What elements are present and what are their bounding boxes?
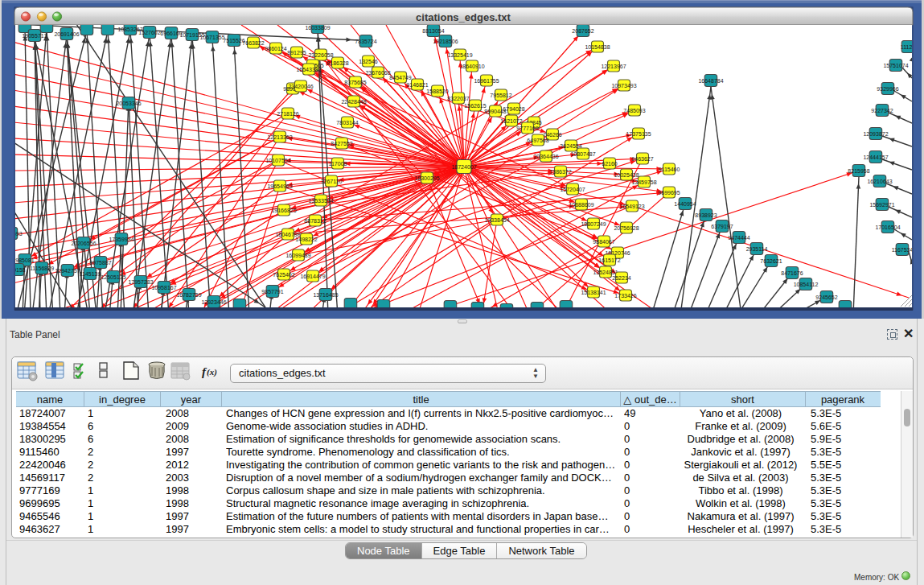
svg-text:2718126: 2718126 xyxy=(277,111,298,117)
svg-text:13716485: 13716485 xyxy=(313,292,338,298)
svg-text:1145139: 1145139 xyxy=(80,271,101,277)
svg-text:13459758: 13459758 xyxy=(631,179,656,185)
svg-text:16549123: 16549123 xyxy=(619,204,644,209)
svg-text:2087652: 2087652 xyxy=(572,28,593,34)
svg-text:1588520: 1588520 xyxy=(426,89,448,94)
svg-text:746266: 746266 xyxy=(543,132,561,138)
svg-text:1615172: 1615172 xyxy=(598,257,620,263)
svg-text:7835724: 7835724 xyxy=(355,39,376,44)
svg-text:23420046: 23420046 xyxy=(288,84,313,89)
svg-text:18724007: 18724007 xyxy=(451,164,476,170)
svg-text:9857791: 9857791 xyxy=(261,289,283,295)
svg-text:19338454: 19338454 xyxy=(484,217,509,223)
svg-text:8813054: 8813054 xyxy=(422,28,444,34)
svg-text:16782759: 16782759 xyxy=(176,292,201,298)
svg-text:1527602: 1527602 xyxy=(138,30,160,35)
svg-text:16099489: 16099489 xyxy=(285,253,310,258)
svg-text:10854112: 10854112 xyxy=(794,282,819,287)
svg-text:10958167: 10958167 xyxy=(151,285,176,290)
svg-text:16648784: 16648784 xyxy=(698,78,723,84)
svg-text:17359934: 17359934 xyxy=(109,237,133,242)
svg-text:citations_edges.txt: citations_edges.txt xyxy=(416,11,511,23)
svg-text:8938923: 8938923 xyxy=(695,212,717,218)
svg-text:985081: 985081 xyxy=(15,257,34,263)
svg-text:8186328: 8186328 xyxy=(326,60,348,66)
svg-text:17375135: 17375135 xyxy=(626,131,651,137)
svg-text:12213967: 12213967 xyxy=(601,64,626,69)
svg-text:15751074: 15751074 xyxy=(883,63,908,68)
svg-text:(x): (x) xyxy=(207,367,217,377)
svg-text:12923446: 12923446 xyxy=(201,299,226,305)
svg-text:9146821: 9146821 xyxy=(406,82,428,88)
svg-text:252214: 252214 xyxy=(612,275,630,281)
svg-text:20691406: 20691406 xyxy=(54,31,79,37)
svg-text:18640910: 18640910 xyxy=(459,64,484,69)
svg-text:16033809: 16033809 xyxy=(305,25,330,31)
svg-text:20053346: 20053346 xyxy=(116,101,141,106)
svg-text:8322037: 8322037 xyxy=(447,96,469,101)
svg-text:7803144: 7803144 xyxy=(336,120,358,126)
svg-text:12213363: 12213363 xyxy=(267,134,292,140)
svg-text:7485093: 7485093 xyxy=(623,108,645,113)
svg-text:6379197: 6379197 xyxy=(711,224,733,229)
svg-text:13524851: 13524851 xyxy=(593,270,618,275)
svg-text:12444157: 12444157 xyxy=(863,154,888,160)
svg-text:9474444: 9474444 xyxy=(728,235,749,241)
svg-text:1733426: 1733426 xyxy=(614,293,636,299)
svg-text:20756928: 20756928 xyxy=(614,225,639,231)
svg-text:18807249: 18807249 xyxy=(581,221,606,227)
svg-text:8878312: 8878312 xyxy=(304,218,326,224)
svg-text:1167534: 1167534 xyxy=(892,247,914,253)
svg-text:9329966: 9329966 xyxy=(877,86,898,92)
svg-text:1498222: 1498222 xyxy=(295,237,317,242)
svg-text:8471676: 8471676 xyxy=(781,270,803,276)
svg-text:17016504: 17016504 xyxy=(875,225,900,230)
svg-text:9227342: 9227342 xyxy=(871,108,893,113)
svg-text:10807487: 10807487 xyxy=(570,151,595,157)
svg-text:10688609: 10688609 xyxy=(569,202,593,208)
svg-text:10025438: 10025438 xyxy=(614,172,639,178)
svg-text:17957283: 17957283 xyxy=(128,279,153,285)
svg-text:19218506: 19218506 xyxy=(433,39,458,44)
svg-text:10107554: 10107554 xyxy=(265,158,290,163)
svg-text:10154838: 10154838 xyxy=(585,44,610,50)
svg-text:6497568: 6497568 xyxy=(527,138,548,143)
svg-text:16914479: 16914479 xyxy=(300,274,325,279)
svg-text:2935114: 2935114 xyxy=(746,246,768,252)
svg-text:9975887: 9975887 xyxy=(89,260,111,266)
svg-text:9463627: 9463627 xyxy=(631,156,653,162)
svg-text:16961755: 16961755 xyxy=(474,78,499,84)
svg-text:18300295: 18300295 xyxy=(414,175,439,181)
svg-text:7632621: 7632621 xyxy=(760,258,782,264)
svg-text:15138141: 15138141 xyxy=(581,290,606,295)
svg-text:9115460: 9115460 xyxy=(659,167,680,172)
svg-text:20364436: 20364436 xyxy=(533,154,558,159)
svg-text:7386372: 7386372 xyxy=(549,169,571,175)
svg-text:7955812: 7955812 xyxy=(490,93,511,98)
svg-text:3267110: 3267110 xyxy=(321,179,343,184)
svg-text:10973493: 10973493 xyxy=(611,83,636,89)
svg-text:9777169: 9777169 xyxy=(516,126,538,131)
svg-text:7663822: 7663822 xyxy=(242,40,264,46)
svg-text:9245652: 9245652 xyxy=(815,295,837,300)
svg-text:1562615: 1562615 xyxy=(464,103,486,109)
svg-text:9860124: 9860124 xyxy=(265,46,286,51)
svg-text:11156829: 11156829 xyxy=(30,266,54,271)
svg-text:8375685: 8375685 xyxy=(344,80,366,85)
svg-text:8427552: 8427552 xyxy=(331,141,352,146)
svg-text:13533594: 13533594 xyxy=(308,198,333,204)
svg-text:10671355: 10671355 xyxy=(199,35,224,40)
svg-text:1440954: 1440954 xyxy=(674,201,696,207)
svg-text:12942757: 12942757 xyxy=(55,268,80,274)
svg-text:1621072: 1621072 xyxy=(500,118,522,124)
svg-text:15720407: 15720407 xyxy=(560,187,585,192)
svg-text:132546: 132546 xyxy=(359,59,377,64)
svg-text:7625402: 7625402 xyxy=(273,272,294,278)
svg-text:16543382: 16543382 xyxy=(296,67,321,72)
svg-text:16210643: 16210643 xyxy=(867,179,892,184)
svg-text:22428448: 22428448 xyxy=(341,99,366,105)
svg-text:15692971: 15692971 xyxy=(869,202,894,208)
svg-text:8454749: 8454749 xyxy=(389,75,411,80)
svg-text:23226058: 23226058 xyxy=(308,52,333,58)
svg-text:19166825: 19166825 xyxy=(271,208,296,213)
